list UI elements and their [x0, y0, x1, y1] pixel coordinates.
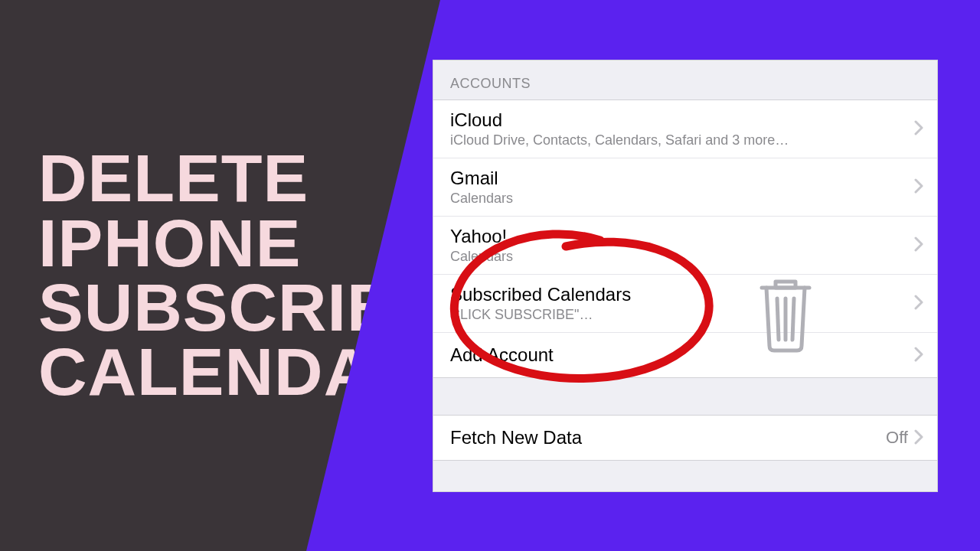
add-account-row[interactable]: Add Account	[433, 333, 937, 377]
chevron-right-icon	[914, 117, 923, 141]
headline-line-1: DELETE	[38, 146, 442, 210]
chevron-right-icon	[914, 426, 923, 450]
chevron-right-icon	[914, 175, 923, 199]
account-row-yahoo[interactable]: Yahoo! Calendars	[433, 217, 937, 275]
account-title: Gmail	[450, 168, 914, 189]
account-title: iCloud	[450, 109, 914, 131]
account-title: Subscribed Calendars	[450, 284, 914, 305]
account-subtitle: iCloud Drive, Contacts, Calendars, Safar…	[450, 132, 914, 148]
accounts-group: iCloud iCloud Drive, Contacts, Calendars…	[433, 99, 937, 378]
account-title: Yahoo!	[450, 226, 914, 247]
add-account-label: Add Account	[450, 344, 914, 366]
section-gap	[433, 378, 937, 415]
chevron-right-icon	[914, 344, 923, 367]
account-subtitle: CLICK SUBSCRIBE"…	[450, 307, 914, 323]
settings-card: ACCOUNTS iCloud iCloud Drive, Contacts, …	[433, 60, 938, 492]
account-subtitle: Calendars	[450, 249, 914, 265]
account-row-gmail[interactable]: Gmail Calendars	[433, 158, 937, 217]
account-row-icloud[interactable]: iCloud iCloud Drive, Contacts, Calendars…	[433, 100, 937, 158]
fetch-new-data-row[interactable]: Fetch New Data Off	[433, 416, 937, 460]
account-subtitle: Calendars	[450, 191, 914, 207]
chevron-right-icon	[914, 292, 923, 315]
chevron-right-icon	[914, 233, 923, 257]
accounts-section-header: ACCOUNTS	[433, 60, 937, 99]
fetch-value: Off	[886, 428, 908, 448]
fetch-group: Fetch New Data Off	[433, 415, 937, 461]
fetch-label: Fetch New Data	[450, 427, 886, 448]
account-row-subscribed-calendars[interactable]: Subscribed Calendars CLICK SUBSCRIBE"…	[433, 275, 937, 333]
